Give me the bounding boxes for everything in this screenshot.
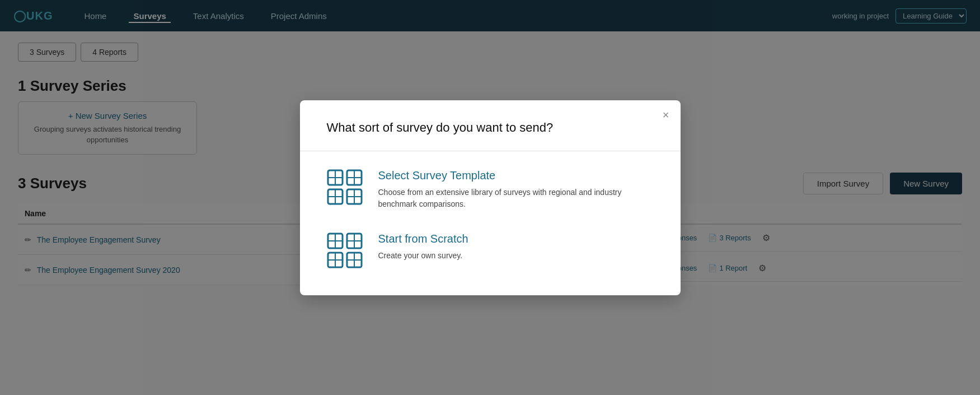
scratch-grid-icon — [327, 233, 363, 268]
scratch-option-desc: Create your own survey. — [378, 250, 468, 262]
scratch-option-title: Start from Scratch — [378, 233, 468, 245]
modal-dialog: What sort of survey do you want to send?… — [300, 100, 681, 295]
modal-option-template[interactable]: Select Survey Template Choose from an ex… — [327, 169, 654, 210]
template-option-desc: Choose from an extensive library of surv… — [378, 187, 654, 210]
template-option-text: Select Survey Template Choose from an ex… — [378, 169, 654, 210]
modal-divider — [300, 151, 681, 151]
modal-option-scratch[interactable]: Start from Scratch Create your own surve… — [327, 233, 654, 268]
modal-close-button[interactable]: × — [663, 109, 669, 120]
scratch-option-text: Start from Scratch Create your own surve… — [378, 233, 468, 262]
modal-overlay[interactable]: What sort of survey do you want to send?… — [0, 0, 980, 395]
template-option-title: Select Survey Template — [378, 169, 654, 182]
modal-title: What sort of survey do you want to send? — [327, 120, 654, 135]
template-grid-icon — [327, 169, 363, 205]
